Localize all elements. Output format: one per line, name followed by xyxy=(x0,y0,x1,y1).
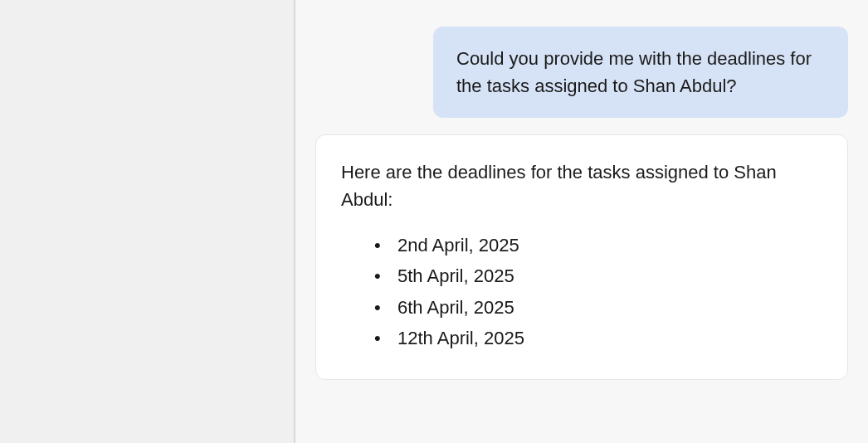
user-message-bubble: Could you provide me with the deadlines … xyxy=(433,27,848,118)
list-item: 12th April, 2025 xyxy=(374,323,822,353)
list-item: 2nd April, 2025 xyxy=(374,230,822,260)
list-item: 5th April, 2025 xyxy=(374,260,822,291)
deadline-text: 5th April, 2025 xyxy=(397,265,514,286)
chat-area: Could you provide me with the deadlines … xyxy=(295,0,868,443)
deadline-text: 6th April, 2025 xyxy=(397,297,514,318)
assistant-message-bubble: Here are the deadlines for the tasks ass… xyxy=(315,134,848,380)
assistant-intro-text: Here are the deadlines for the tasks ass… xyxy=(341,158,822,213)
user-message-text: Could you provide me with the deadlines … xyxy=(456,48,812,96)
deadline-text: 12th April, 2025 xyxy=(397,328,524,348)
sidebar xyxy=(0,0,295,443)
deadline-list: 2nd April, 2025 5th April, 2025 6th Apri… xyxy=(341,230,822,354)
deadline-text: 2nd April, 2025 xyxy=(397,235,519,256)
list-item: 6th April, 2025 xyxy=(374,292,822,323)
